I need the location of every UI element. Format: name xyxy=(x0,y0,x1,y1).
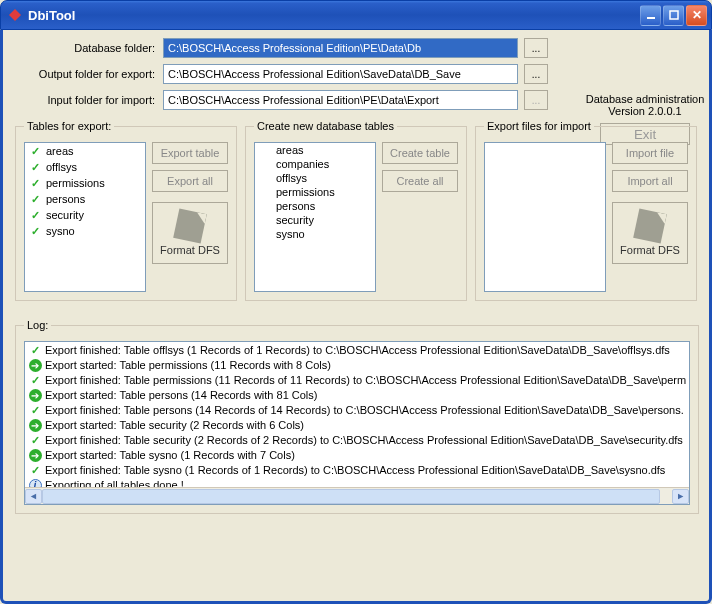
log-hscrollbar[interactable]: ◄ ► xyxy=(25,487,689,504)
list-item-label: sysno xyxy=(276,228,305,240)
admin-version: Version 2.0.0.1 xyxy=(580,105,710,117)
import-listbox[interactable] xyxy=(484,142,606,292)
check-icon: ✓ xyxy=(28,144,42,158)
log-text: Export finished: Table offlsys (1 Record… xyxy=(45,343,670,358)
list-item[interactable]: offlsys xyxy=(255,171,375,185)
create-listbox[interactable]: areascompaniesofflsyspermissionspersonss… xyxy=(254,142,376,292)
db-folder-input[interactable] xyxy=(163,38,518,58)
check-icon: ✓ xyxy=(28,344,42,358)
import-legend: Export files for import xyxy=(484,120,594,132)
input-folder-label: Input folder for import: xyxy=(15,94,163,106)
list-item-label: security xyxy=(276,214,314,226)
create-legend: Create new database tables xyxy=(254,120,397,132)
log-text: Export finished: Table sysno (1 Records … xyxy=(45,463,665,478)
output-folder-browse-button[interactable]: ... xyxy=(524,64,548,84)
close-button[interactable]: ✕ xyxy=(686,5,707,26)
list-item[interactable]: persons xyxy=(255,199,375,213)
list-item[interactable]: ✓persons xyxy=(25,191,145,207)
scroll-right-icon[interactable]: ► xyxy=(672,489,689,504)
import-format-label: Format DFS xyxy=(620,244,680,256)
create-all-button[interactable]: Create all xyxy=(382,170,458,192)
list-item[interactable]: companies xyxy=(255,157,375,171)
input-folder-input[interactable] xyxy=(163,90,518,110)
output-folder-label: Output folder for export: xyxy=(15,68,163,80)
export-listbox[interactable]: ✓areas✓offlsys✓permissions✓persons✓secur… xyxy=(24,142,146,292)
list-item[interactable]: permissions xyxy=(255,185,375,199)
minimize-button[interactable] xyxy=(640,5,661,26)
export-format-button[interactable]: Format DFS xyxy=(152,202,228,264)
input-folder-browse-button: ... xyxy=(524,90,548,110)
arrow-icon: ➔ xyxy=(28,449,42,463)
scroll-thumb[interactable] xyxy=(42,489,660,504)
check-icon: ✓ xyxy=(28,404,42,418)
titlebar[interactable]: DbiTool ✕ xyxy=(0,0,712,30)
admin-line1: Database administration xyxy=(580,93,710,105)
log-body[interactable]: ✓Export finished: Table offlsys (1 Recor… xyxy=(25,342,689,487)
check-icon: ✓ xyxy=(28,434,42,448)
export-panel: Tables for export: ✓areas✓offlsys✓permis… xyxy=(15,120,237,301)
create-table-button[interactable]: Create table xyxy=(382,142,458,164)
log-text: Export finished: Table permissions (11 R… xyxy=(45,373,686,388)
log-line: ➔Export started: Table permissions (11 R… xyxy=(26,358,688,373)
scroll-left-icon[interactable]: ◄ xyxy=(25,489,42,504)
log-text: Export finished: Table security (2 Recor… xyxy=(45,433,683,448)
log-text: Export started: Table sysno (1 Records w… xyxy=(45,448,295,463)
list-item-label: security xyxy=(46,209,84,221)
list-item-label: offlsys xyxy=(46,161,77,173)
list-item-label: persons xyxy=(276,200,315,212)
list-item-label: sysno xyxy=(46,225,75,237)
list-item[interactable]: ✓sysno xyxy=(25,223,145,239)
svg-rect-1 xyxy=(670,11,678,19)
list-item[interactable]: ✓areas xyxy=(25,143,145,159)
log-line: ➔Export started: Table sysno (1 Records … xyxy=(26,448,688,463)
list-item[interactable]: ✓offlsys xyxy=(25,159,145,175)
arrow-icon: ➔ xyxy=(28,359,42,373)
log-line: iExporting of all tables done ! xyxy=(26,478,688,487)
list-item[interactable]: security xyxy=(255,213,375,227)
log-text: Exporting of all tables done ! xyxy=(45,478,184,487)
app-icon xyxy=(7,7,23,23)
svg-rect-0 xyxy=(647,17,655,19)
check-icon: ✓ xyxy=(28,192,42,206)
sheet-icon xyxy=(173,208,207,243)
list-item[interactable]: areas xyxy=(255,143,375,157)
maximize-button[interactable] xyxy=(663,5,684,26)
check-icon: ✓ xyxy=(28,224,42,238)
arrow-icon: ➔ xyxy=(28,389,42,403)
db-folder-label: Database folder: xyxy=(15,42,163,54)
db-folder-browse-button[interactable]: ... xyxy=(524,38,548,58)
import-format-button[interactable]: Format DFS xyxy=(612,202,688,264)
log-line: ➔Export started: Table persons (14 Recor… xyxy=(26,388,688,403)
info-icon: i xyxy=(28,479,42,488)
log-text: Export finished: Table persons (14 Recor… xyxy=(45,403,684,418)
export-table-button[interactable]: Export table xyxy=(152,142,228,164)
check-icon: ✓ xyxy=(28,176,42,190)
import-all-button[interactable]: Import all xyxy=(612,170,688,192)
list-item-label: offlsys xyxy=(276,172,307,184)
export-all-button[interactable]: Export all xyxy=(152,170,228,192)
log-text: Export started: Table persons (14 Record… xyxy=(45,388,317,403)
list-item-label: areas xyxy=(276,144,304,156)
list-item[interactable]: sysno xyxy=(255,227,375,241)
list-item-label: persons xyxy=(46,193,85,205)
list-item[interactable]: ✓security xyxy=(25,207,145,223)
check-icon: ✓ xyxy=(28,160,42,174)
import-file-button[interactable]: Import file xyxy=(612,142,688,164)
sheet-icon xyxy=(633,208,667,243)
log-line: ➔Export started: Table security (2 Recor… xyxy=(26,418,688,433)
log-box: ✓Export finished: Table offlsys (1 Recor… xyxy=(24,341,690,505)
check-icon: ✓ xyxy=(28,464,42,478)
log-line: ✓Export finished: Table security (2 Reco… xyxy=(26,433,688,448)
list-item-label: areas xyxy=(46,145,74,157)
list-item-label: permissions xyxy=(46,177,105,189)
arrow-icon: ➔ xyxy=(28,419,42,433)
log-panel: Log: ✓Export finished: Table offlsys (1 … xyxy=(15,319,699,514)
log-text: Export started: Table security (2 Record… xyxy=(45,418,304,433)
list-item-label: permissions xyxy=(276,186,335,198)
log-line: ✓Export finished: Table sysno (1 Records… xyxy=(26,463,688,478)
log-line: ✓Export finished: Table persons (14 Reco… xyxy=(26,403,688,418)
list-item[interactable]: ✓permissions xyxy=(25,175,145,191)
check-icon: ✓ xyxy=(28,208,42,222)
window-title: DbiTool xyxy=(28,8,75,23)
output-folder-input[interactable] xyxy=(163,64,518,84)
